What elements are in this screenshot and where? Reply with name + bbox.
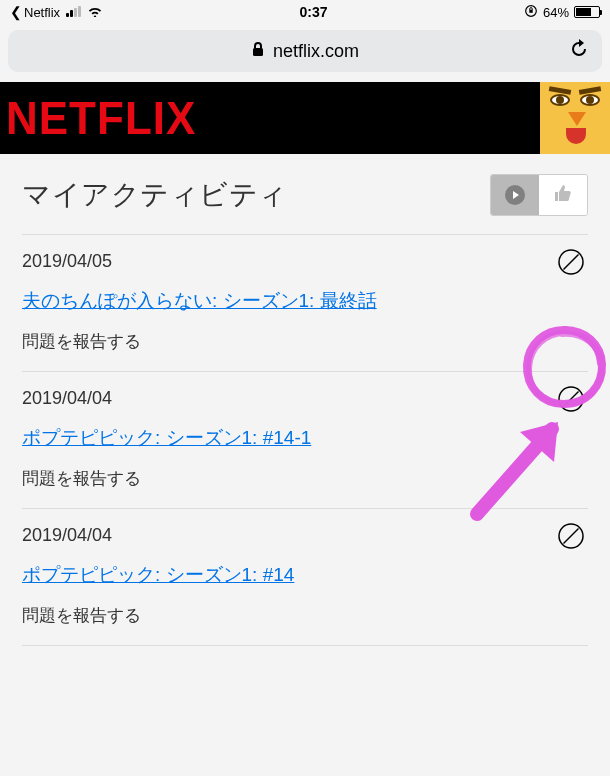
viewing-tab[interactable] — [491, 175, 539, 215]
browser-chrome: netflix.com — [0, 24, 610, 82]
page-title: マイアクティビティ — [22, 176, 288, 214]
activity-row: 2019/04/05 夫のちんぽが入らない: シーズン1: 最終話 問題を報告す… — [22, 235, 588, 372]
report-problem-link[interactable]: 問題を報告する — [22, 604, 588, 627]
status-time: 0:37 — [300, 4, 328, 20]
svg-rect-1 — [529, 9, 532, 12]
thumbs-up-icon — [553, 183, 573, 207]
report-problem-link[interactable]: 問題を報告する — [22, 330, 588, 353]
activity-row: 2019/04/04 ポプテピピック: シーズン1: #14-1 問題を報告する — [22, 372, 588, 509]
no-symbol-icon — [556, 384, 586, 414]
profile-avatar[interactable] — [540, 82, 610, 154]
remove-button[interactable] — [554, 245, 588, 279]
svg-rect-2 — [253, 48, 263, 56]
rating-tab[interactable] — [539, 175, 587, 215]
wifi-icon — [87, 5, 103, 20]
remove-button[interactable] — [554, 382, 588, 416]
activity-date: 2019/04/04 — [22, 525, 588, 546]
activity-type-toggle — [490, 174, 588, 216]
url-host: netflix.com — [273, 41, 359, 62]
lock-icon — [251, 41, 265, 61]
page-body: マイアクティビティ 2019/04/05 夫のちんぽが入らない: シーズン1: … — [0, 154, 610, 646]
activity-title-link[interactable]: 夫のちんぽが入らない: シーズン1: 最終話 — [22, 288, 377, 314]
netflix-header: NETFLIX — [0, 82, 610, 154]
activity-title-link[interactable]: ポプテピピック: シーズン1: #14-1 — [22, 425, 311, 451]
battery-icon — [574, 6, 600, 18]
status-right: 64% — [524, 4, 600, 21]
activity-row: 2019/04/04 ポプテピピック: シーズン1: #14 問題を報告する — [22, 509, 588, 646]
play-icon — [505, 185, 525, 205]
status-left: ❮ Netflix — [10, 4, 103, 20]
chevron-left-icon: ❮ — [10, 4, 22, 20]
netflix-logo[interactable]: NETFLIX — [6, 92, 196, 145]
remove-button[interactable] — [554, 519, 588, 553]
ios-status-bar: ❮ Netflix 0:37 64% — [0, 0, 610, 24]
svg-line-6 — [564, 392, 579, 407]
activity-date: 2019/04/05 — [22, 251, 588, 272]
report-problem-link[interactable]: 問題を報告する — [22, 467, 588, 490]
address-bar[interactable]: netflix.com — [8, 30, 602, 72]
reload-icon[interactable] — [568, 38, 590, 64]
back-to-app[interactable]: ❮ Netflix — [10, 4, 60, 20]
no-symbol-icon — [556, 521, 586, 551]
activity-date: 2019/04/04 — [22, 388, 588, 409]
svg-line-4 — [564, 255, 579, 270]
page-header-row: マイアクティビティ — [22, 174, 588, 235]
cell-signal-icon — [66, 7, 81, 17]
no-symbol-icon — [556, 247, 586, 277]
battery-pct: 64% — [543, 5, 569, 20]
svg-line-8 — [564, 529, 579, 544]
activity-title-link[interactable]: ポプテピピック: シーズン1: #14 — [22, 562, 294, 588]
back-app-label: Netflix — [24, 5, 60, 20]
orientation-lock-icon — [524, 4, 538, 21]
